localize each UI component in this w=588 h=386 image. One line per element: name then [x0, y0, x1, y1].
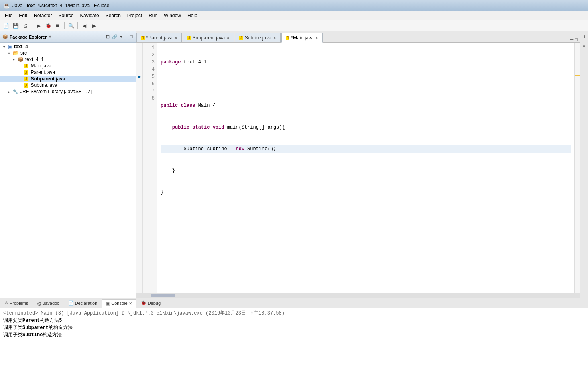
tab-parent[interactable]: J *Parent.java ✕	[136, 33, 182, 42]
tab-javadoc[interactable]: @ Javadoc	[33, 299, 63, 307]
tab-declaration[interactable]: 📄 Declaration	[64, 299, 102, 307]
view-menu-icon[interactable]: ▾	[119, 34, 123, 40]
tab-main[interactable]: J *Main.java ✕	[281, 33, 323, 43]
menu-file[interactable]: File	[2, 12, 16, 19]
collapse-all-icon[interactable]: ⊟	[105, 34, 110, 40]
tab-parent-close[interactable]: ✕	[174, 36, 177, 40]
tab-subparent-close[interactable]: ✕	[226, 36, 230, 40]
tree-item-jre[interactable]: ▸ 🔧 JRE System Library [JavaSE-1.7]	[0, 88, 136, 95]
tab-right-buttons: ─ □	[568, 37, 580, 42]
right-editor-area: J *Parent.java ✕ J Subparent.java ✕ J Su…	[136, 31, 580, 298]
package-icon: 📦	[18, 57, 24, 62]
menu-navigate[interactable]: Navigate	[77, 12, 102, 19]
title-bar: ☕ Java - text_4/src/text_4_1/Main.java -…	[0, 0, 588, 11]
tree-item-text4[interactable]: ▾ ▣ text_4	[0, 43, 136, 50]
menu-edit[interactable]: Edit	[16, 12, 31, 19]
package-explorer-label: Package Explorer	[10, 35, 47, 39]
toolbar-forward[interactable]: ▶	[90, 21, 98, 30]
editor-minimize-icon[interactable]: ─	[570, 37, 574, 42]
tree-item-main[interactable]: ▸ J Main.java	[0, 63, 136, 69]
toolbar-stop[interactable]: ⏹	[53, 21, 62, 30]
code-line-8	[161, 210, 571, 218]
package-explorer-close-indicator: ✕	[48, 35, 51, 39]
tree-item-parent[interactable]: ▸ J Parent.java	[0, 69, 136, 76]
tab-subtine-label: Subtine.java	[245, 35, 271, 41]
output-text-2c: 的构造方法	[49, 325, 73, 331]
right-sidebar-tasks[interactable]: ≡	[581, 43, 588, 50]
tree-label-subtine: Subtine.java	[31, 82, 57, 88]
package-explorer-icon: 📦	[2, 34, 8, 39]
tab-problems[interactable]: ⚠ Problems	[0, 299, 33, 307]
arrow-jre: ▸	[8, 90, 13, 94]
menu-window[interactable]: Window	[161, 12, 184, 19]
tab-main-close[interactable]: ✕	[315, 36, 318, 40]
toolbar-debug[interactable]: 🐞	[44, 21, 53, 30]
tree-item-subtine[interactable]: ▸ J Subtine.java	[0, 82, 136, 88]
tab-subtine[interactable]: J Subtine.java ✕	[235, 33, 281, 42]
folder-icon: 📂	[13, 50, 19, 56]
code-line-5: Subtine subtine = new Subtine();	[161, 145, 571, 153]
tree-label-main: Main.java	[31, 63, 51, 69]
maximize-icon[interactable]: □	[129, 34, 134, 40]
link-with-editor-icon[interactable]: 🔗	[111, 34, 118, 40]
gutter-line-3	[136, 59, 142, 66]
tab-console[interactable]: ▣ Console ✕	[102, 299, 136, 308]
tree-item-text41[interactable]: ▾ 📦 text_4_1	[0, 56, 136, 63]
java-file-icon-parent: J	[24, 70, 28, 75]
gutter-line-5: ▶	[136, 73, 142, 80]
code-content[interactable]: package text_4_1; public class Main { pu…	[157, 43, 574, 293]
toolbar-save[interactable]: 💾	[11, 21, 20, 30]
tab-declaration-label: Declaration	[75, 301, 98, 306]
toolbar-print[interactable]: 🖨	[21, 21, 30, 30]
code-line-6: }	[161, 167, 571, 174]
code-line-4: public static void main(String[] args){	[161, 124, 571, 131]
code-line-7: }	[161, 189, 571, 196]
arrow-src: ▾	[8, 51, 13, 55]
output-text-1c: 构造方法5	[40, 318, 62, 323]
package-explorer-title: 📦 Package Explorer ✕	[2, 34, 51, 39]
menu-help[interactable]: Help	[184, 12, 201, 19]
toolbar-new[interactable]: 📄	[2, 21, 10, 30]
editor-tabs: J *Parent.java ✕ J Subparent.java ✕ J Su…	[136, 31, 580, 43]
menu-search[interactable]: Search	[102, 12, 124, 19]
tab-console-label: Console	[111, 301, 127, 306]
right-sidebar-info[interactable]: ℹ	[581, 33, 588, 40]
tree-item-subparent[interactable]: ▸ J Subparent.java	[0, 76, 136, 82]
code-editor[interactable]: ▶ 1 2 3 4 5 6 7 8 pac	[136, 43, 580, 293]
problems-icon: ⚠	[4, 300, 8, 306]
gutter-line-8	[136, 95, 142, 102]
menu-refactor[interactable]: Refactor	[31, 12, 55, 19]
minimize-icon[interactable]: ─	[124, 34, 129, 40]
gutter-line-7	[136, 88, 142, 95]
javadoc-icon: @	[37, 301, 41, 306]
tree-label-text4: text_4	[14, 44, 28, 49]
package-explorer-header: 📦 Package Explorer ✕ ⊟ 🔗 ▾ ─ □	[0, 31, 136, 43]
output-text-2b: Subparent	[22, 325, 49, 331]
menu-run[interactable]: Run	[145, 12, 161, 19]
tab-parent-label: *Parent.java	[146, 35, 173, 41]
editor-maximize-icon[interactable]: □	[574, 37, 578, 42]
right-gutter	[574, 43, 580, 293]
java-file-icon-subparent: J	[24, 77, 28, 81]
gutter-warning-mark	[575, 75, 580, 76]
tab-subtine-close[interactable]: ✕	[273, 36, 276, 40]
code-line-3: public class Main {	[161, 102, 571, 109]
editor-horizontal-scrollbar[interactable]	[136, 293, 580, 298]
menu-source[interactable]: Source	[55, 12, 77, 19]
tab-debug[interactable]: 🐞 Debug	[136, 299, 165, 307]
toolbar-back[interactable]: ◀	[80, 21, 89, 30]
toolbar-sep1	[32, 22, 32, 29]
java-file-icon-main: J	[24, 64, 28, 68]
tab-problems-label: Problems	[10, 301, 28, 306]
package-explorer-toolbar: ⊟ 🔗 ▾ ─ □	[105, 34, 134, 40]
main-layout: 📦 Package Explorer ✕ ⊟ 🔗 ▾ ─ □ ▾ ▣	[0, 31, 588, 386]
left-panel: 📦 Package Explorer ✕ ⊟ 🔗 ▾ ─ □ ▾ ▣	[0, 31, 136, 298]
far-right-sidebar: ℹ ≡	[580, 31, 588, 298]
tab-debug-label: Debug	[148, 301, 161, 306]
toolbar-search[interactable]: 🔍	[67, 21, 75, 30]
gutter-line-1	[136, 44, 142, 51]
menu-project[interactable]: Project	[124, 12, 145, 19]
tab-subparent[interactable]: J Subparent.java ✕	[183, 33, 234, 42]
tree-item-src[interactable]: ▾ 📂 src	[0, 50, 136, 56]
toolbar-run[interactable]: ▶	[34, 21, 43, 30]
